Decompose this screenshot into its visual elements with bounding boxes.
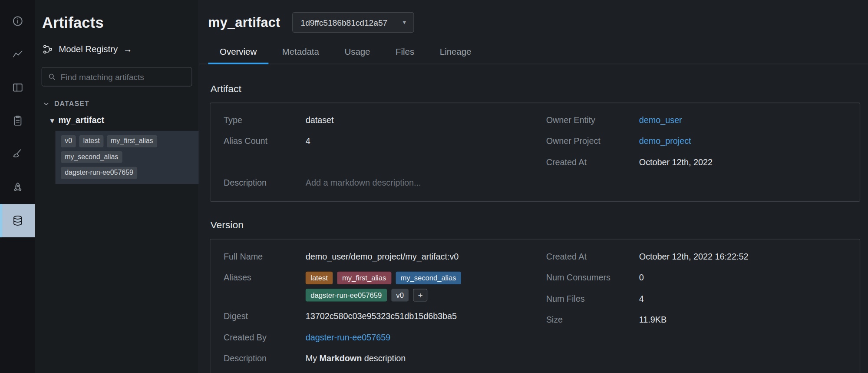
- database-icon: [11, 214, 23, 226]
- field-version-description: Description My Markdown description: [224, 353, 524, 365]
- field-num-consumers: Num Consumers 0: [546, 272, 847, 284]
- version-section-heading: Version: [210, 220, 860, 231]
- field-alias-count: Alias Count 4: [224, 135, 524, 147]
- nav-info-button[interactable]: [0, 4, 35, 37]
- artifacts-sidebar: Artifacts Model Registry → DATASET ▾: [35, 0, 199, 373]
- model-registry-link[interactable]: Model Registry →: [42, 44, 192, 55]
- clipboard-icon: [11, 115, 23, 127]
- panels-icon: [11, 81, 23, 93]
- app-rail: [0, 0, 35, 373]
- broom-icon: [11, 148, 23, 160]
- field-value: 4: [639, 293, 644, 305]
- chevron-down-icon: ▾: [403, 20, 406, 26]
- field-label: Created At: [546, 157, 639, 169]
- arrow-right-icon: →: [123, 44, 132, 54]
- line-chart-icon: [11, 48, 23, 60]
- version-tag: latest: [79, 135, 104, 147]
- field-num-files: Num Files 4: [546, 293, 847, 305]
- search-icon: [48, 72, 56, 82]
- model-registry-icon: [42, 44, 53, 55]
- field-created-by: Created By dagster-run-ee057659: [224, 331, 524, 343]
- field-label: Size: [546, 314, 639, 326]
- field-version-created-at: Created At October 12th, 2022 16:22:52: [546, 250, 847, 263]
- nav-reports-button[interactable]: [0, 104, 35, 137]
- artifact-header: my_artifact 1d9ffc5186b81cd12a57 ▾: [199, 0, 868, 42]
- info-icon: [11, 15, 23, 27]
- tab-metadata[interactable]: Metadata: [271, 42, 331, 64]
- description-editor-placeholder[interactable]: Add a markdown description...: [306, 177, 421, 189]
- field-owner-project: Owner Project demo_project: [546, 135, 847, 147]
- tab-overview[interactable]: Overview: [208, 42, 268, 64]
- version-tag: my_first_alias: [107, 135, 157, 147]
- field-description: Description Add a markdown description..…: [224, 177, 524, 189]
- version-select-dropdown[interactable]: 1d9ffc5186b81cd12a57 ▾: [292, 12, 414, 33]
- tree-item-my-artifact[interactable]: ▾ my_artifact: [50, 115, 192, 125]
- app-root: Artifacts Model Registry → DATASET ▾: [0, 0, 868, 373]
- alias-chip: latest: [306, 272, 333, 284]
- alias-chip: dagster-run-ee057659: [306, 289, 387, 301]
- tab-files[interactable]: Files: [384, 42, 426, 64]
- artifact-section-heading: Artifact: [210, 83, 860, 95]
- nav-sweeps-button[interactable]: [0, 137, 35, 170]
- version-hash: 1d9ffc5186b81cd12a57: [301, 18, 388, 27]
- field-label: Num Files: [546, 293, 639, 305]
- nav-launch-button[interactable]: [0, 171, 35, 204]
- description-bold-word: Markdown: [320, 353, 362, 363]
- caret-down-icon: ▾: [50, 117, 54, 124]
- field-label: Owner Project: [546, 135, 639, 147]
- tab-usage[interactable]: Usage: [333, 42, 382, 64]
- page-title: my_artifact: [208, 15, 280, 30]
- field-label: Owner Entity: [546, 114, 639, 127]
- field-label: Alias Count: [224, 135, 306, 147]
- field-label: Description: [224, 177, 306, 189]
- search-input[interactable]: [60, 72, 186, 82]
- alias-chip-list: latest my_first_alias my_second_alias da…: [306, 272, 524, 302]
- add-alias-button[interactable]: +: [413, 289, 428, 301]
- tree-version-item-selected[interactable]: v0 latest my_first_alias my_second_alias…: [55, 131, 198, 184]
- field-label: Aliases: [224, 272, 306, 284]
- field-digest: Digest 13702c580c03e95323c51db15d6b3ba5: [224, 310, 524, 323]
- version-tag: my_second_alias: [61, 151, 122, 163]
- version-panel: Full Name demo_user/demo_project/my_arti…: [210, 239, 860, 373]
- tree-group-dataset[interactable]: DATASET: [43, 100, 192, 107]
- owner-project-link[interactable]: demo_project: [639, 135, 691, 147]
- alias-chip: v0: [391, 289, 409, 301]
- field-label: Full Name: [224, 250, 306, 263]
- field-value: demo_user/demo_project/my_artifact:v0: [306, 250, 459, 263]
- field-type: Type dataset: [224, 114, 524, 127]
- owner-entity-link[interactable]: demo_user: [639, 114, 682, 127]
- spacer: [224, 157, 524, 177]
- field-value: 4: [306, 135, 310, 147]
- field-aliases: Aliases latest my_first_alias my_second_…: [224, 272, 524, 302]
- version-panel-right: Created At October 12th, 2022 16:22:52 N…: [546, 250, 847, 373]
- artifact-search[interactable]: [42, 67, 192, 87]
- digest-value: 13702c580c03e95323c51db15d6b3ba5: [306, 310, 457, 323]
- field-owner-entity: Owner Entity demo_user: [546, 114, 847, 127]
- field-label: Num Consumers: [546, 272, 639, 284]
- field-created-at: Created At October 12th, 2022: [546, 157, 847, 169]
- nav-tables-button[interactable]: [0, 71, 35, 104]
- sidebar-title: Artifacts: [42, 14, 192, 32]
- main-content: my_artifact 1d9ffc5186b81cd12a57 ▾ Overv…: [199, 0, 868, 373]
- field-label: Created At: [546, 250, 639, 263]
- field-full-name: Full Name demo_user/demo_project/my_arti…: [224, 250, 524, 263]
- field-size: Size 11.9KB: [546, 314, 847, 326]
- nav-artifacts-button[interactable]: [0, 204, 35, 237]
- field-label: Type: [224, 114, 306, 127]
- chevron-down-icon: [43, 100, 50, 107]
- tab-bar: Overview Metadata Usage Files Lineage: [199, 42, 868, 64]
- version-tag: v0: [61, 135, 76, 147]
- field-label: Description: [224, 353, 306, 365]
- alias-chip: my_first_alias: [337, 272, 391, 284]
- tab-lineage[interactable]: Lineage: [428, 42, 483, 64]
- nav-charts-button[interactable]: [0, 38, 35, 71]
- created-by-link[interactable]: dagster-run-ee057659: [306, 331, 391, 343]
- alias-chip: my_second_alias: [396, 272, 461, 284]
- field-value: October 12th, 2022 16:22:52: [639, 250, 749, 263]
- overview-content: Artifact Type dataset Alias Count 4 Desc…: [199, 64, 868, 373]
- tree-group-label: DATASET: [54, 100, 89, 107]
- artifact-panel-left: Type dataset Alias Count 4 Description A…: [224, 114, 524, 198]
- field-value: 0: [639, 272, 644, 284]
- field-value: dataset: [306, 114, 334, 127]
- version-description-value: My Markdown description: [306, 353, 406, 365]
